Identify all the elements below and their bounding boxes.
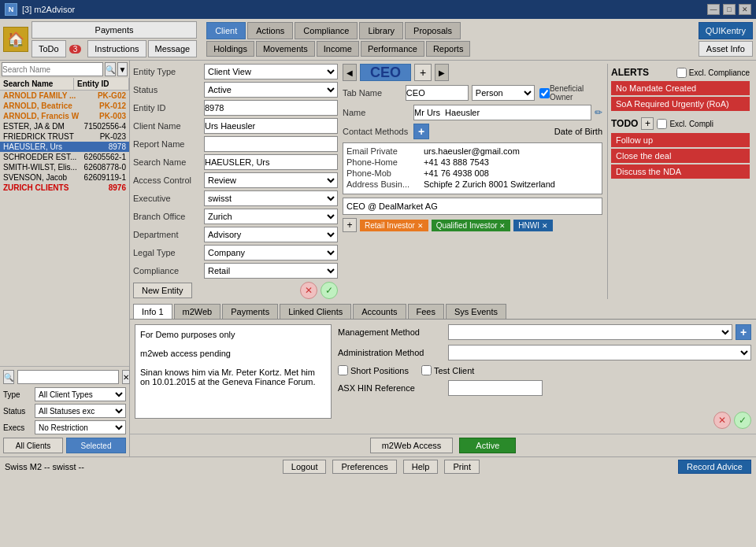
search-name-input[interactable]: [204, 154, 338, 170]
department-select[interactable]: Advisory: [204, 227, 338, 242]
list-search-clear-icon[interactable]: ✕: [122, 370, 130, 384]
preferences-button[interactable]: Preferences: [332, 460, 396, 474]
selected-button[interactable]: Selected: [66, 438, 126, 453]
tab-income[interactable]: Income: [317, 41, 359, 57]
col-header-id[interactable]: Entity ID: [74, 78, 129, 90]
entity-type-select[interactable]: Client View: [204, 64, 338, 79]
maximize-btn[interactable]: □: [723, 4, 736, 15]
tab-m2web[interactable]: m2Web: [174, 304, 221, 319]
ceo-tab-add-button[interactable]: +: [414, 64, 432, 81]
tag-retail-investor[interactable]: Retail Investor ✕: [360, 220, 428, 231]
ceo-tab[interactable]: CEO: [360, 64, 411, 81]
filter-execs-select[interactable]: No Restriction: [35, 420, 126, 434]
beneficial-owner-checkbox[interactable]: [539, 88, 550, 98]
help-button[interactable]: Help: [403, 460, 439, 474]
tab-client[interactable]: Client: [206, 22, 246, 39]
search-input[interactable]: [2, 62, 103, 76]
tab-info1[interactable]: Info 1: [133, 304, 172, 319]
info-cancel-button[interactable]: ✕: [713, 412, 731, 429]
info-text-area[interactable]: For Demo purposes onlym2web access pendi…: [135, 324, 332, 419]
col-header-name[interactable]: Search Name: [0, 78, 74, 90]
tab-linked-clients[interactable]: Linked Clients: [280, 304, 351, 319]
client-name-input[interactable]: [204, 118, 338, 134]
tab-accounts[interactable]: Accounts: [353, 304, 406, 319]
edit-icon[interactable]: ✏: [595, 107, 602, 118]
list-search-input[interactable]: [17, 370, 119, 384]
filter-type-select[interactable]: All Client Types: [35, 387, 126, 401]
executive-select[interactable]: swisst: [204, 190, 338, 206]
tag-add-button[interactable]: +: [343, 218, 357, 232]
payments-button[interactable]: Payments: [32, 21, 197, 39]
filter-status-select[interactable]: All Statuses exc: [35, 404, 126, 418]
person-type-select[interactable]: Person: [472, 85, 535, 101]
todo-add-button[interactable]: +: [641, 117, 654, 130]
status-select[interactable]: Active: [204, 82, 338, 98]
list-item[interactable]: ARNOLD, Francis WPK-003: [0, 111, 129, 121]
all-clients-button[interactable]: All Clients: [3, 438, 63, 453]
todo-button[interactable]: ToDo: [32, 40, 66, 57]
tab-movements[interactable]: Movements: [256, 41, 315, 57]
list-search-icon[interactable]: 🔍: [3, 370, 14, 384]
list-item-selected[interactable]: HAEUSLER, Urs8978: [0, 142, 129, 152]
tab-actions[interactable]: Actions: [247, 22, 293, 39]
search-dropdown-icon[interactable]: ▼: [117, 62, 128, 76]
tab-sys-events[interactable]: Sys Events: [446, 304, 506, 319]
list-item[interactable]: ZURICH CLIENTS8976: [0, 183, 129, 193]
m2web-access-button[interactable]: m2Web Access: [370, 438, 454, 453]
tag-qualified-investor[interactable]: Qualified Investor ✕: [432, 220, 511, 231]
search-icon[interactable]: 🔍: [105, 62, 116, 76]
contact-methods-add-button[interactable]: +: [413, 124, 429, 139]
instructions-button[interactable]: Instructions: [87, 40, 146, 57]
quikentry-button[interactable]: QUIKentry: [699, 22, 753, 39]
confirm-button[interactable]: ✓: [321, 282, 338, 299]
list-item[interactable]: ARNOLD FAMILY ...PK-G02: [0, 91, 129, 101]
asx-hin-input[interactable]: [448, 380, 543, 396]
ceo-next-button[interactable]: ▶: [435, 64, 449, 81]
tab-performance[interactable]: Performance: [361, 41, 424, 57]
short-positions-checkbox[interactable]: [338, 365, 348, 375]
excl-compliance-checkbox[interactable]: [676, 68, 687, 78]
message-button[interactable]: Message: [148, 40, 198, 57]
list-item[interactable]: SMITH-WILST, Elis...62608778-0: [0, 162, 129, 172]
print-button[interactable]: Print: [444, 460, 480, 474]
entity-id-input[interactable]: [204, 100, 338, 116]
tab-reports[interactable]: Reports: [426, 41, 471, 57]
tab-proposals[interactable]: Proposals: [405, 22, 461, 39]
tab-library[interactable]: Library: [359, 22, 403, 39]
new-entity-button[interactable]: New Entity: [133, 283, 192, 298]
list-item[interactable]: SCHROEDER EST...62605562-1: [0, 152, 129, 162]
close-btn[interactable]: ✕: [739, 4, 751, 15]
todo-follow-up[interactable]: Follow up: [611, 133, 750, 147]
info-confirm-button[interactable]: ✓: [734, 412, 751, 429]
tab-compliance[interactable]: Compliance: [295, 22, 358, 39]
administration-method-select[interactable]: [448, 345, 751, 360]
report-name-input[interactable]: [204, 136, 338, 152]
asset-info-button[interactable]: Asset Info: [699, 41, 753, 57]
active-status-button[interactable]: Active: [459, 438, 516, 453]
record-advice-button[interactable]: Record Advice: [678, 460, 751, 474]
management-method-select[interactable]: [448, 324, 732, 340]
tab-name-input[interactable]: [406, 85, 469, 101]
list-item[interactable]: ESTER, JA & DM71502556-4: [0, 121, 129, 131]
tab-fees[interactable]: Fees: [408, 304, 444, 319]
test-client-checkbox[interactable]: [421, 365, 432, 375]
compliance-select[interactable]: Retail: [204, 263, 338, 279]
legal-type-select[interactable]: Company: [204, 245, 338, 261]
logout-button[interactable]: Logout: [283, 460, 327, 474]
name-input[interactable]: [413, 105, 591, 120]
excl-compli-checkbox[interactable]: [657, 119, 667, 129]
branch-office-select[interactable]: Zurich: [204, 209, 338, 224]
access-control-select[interactable]: Review: [204, 172, 338, 188]
todo-discuss-nda[interactable]: Discuss the NDA: [611, 164, 750, 179]
tag-hnwi[interactable]: HNWI ✕: [513, 220, 552, 231]
tab-holdings[interactable]: Holdings: [206, 41, 254, 57]
home-button[interactable]: 🏠: [3, 27, 28, 52]
minimize-btn[interactable]: —: [707, 4, 720, 15]
todo-close-deal[interactable]: Close the deal: [611, 149, 750, 163]
tab-payments[interactable]: Payments: [222, 304, 278, 319]
list-item[interactable]: FRIEDRICK TRUSTPK-023: [0, 131, 129, 142]
management-add-button[interactable]: +: [736, 324, 751, 340]
list-item[interactable]: SVENSON, Jacob62609119-1: [0, 172, 129, 183]
cancel-button[interactable]: ✕: [300, 282, 317, 299]
ceo-prev-button[interactable]: ◀: [343, 64, 357, 81]
